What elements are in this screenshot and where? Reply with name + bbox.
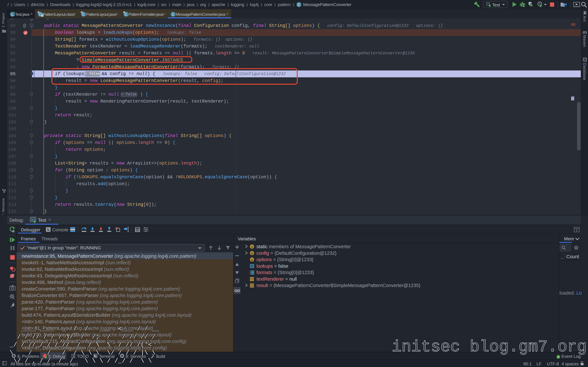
svg-text:C: C <box>39 12 42 17</box>
svg-text:C: C <box>82 12 85 17</box>
svg-text:C: C <box>125 12 127 17</box>
svg-text:C: C <box>298 3 300 7</box>
svg-text:3: 3 <box>250 273 251 275</box>
svg-text:s: s <box>251 245 253 249</box>
svg-text:p: p <box>251 258 253 261</box>
svg-text:C: C <box>172 12 174 17</box>
svg-text:p: p <box>251 251 253 255</box>
svg-text:01: 01 <box>251 265 253 267</box>
